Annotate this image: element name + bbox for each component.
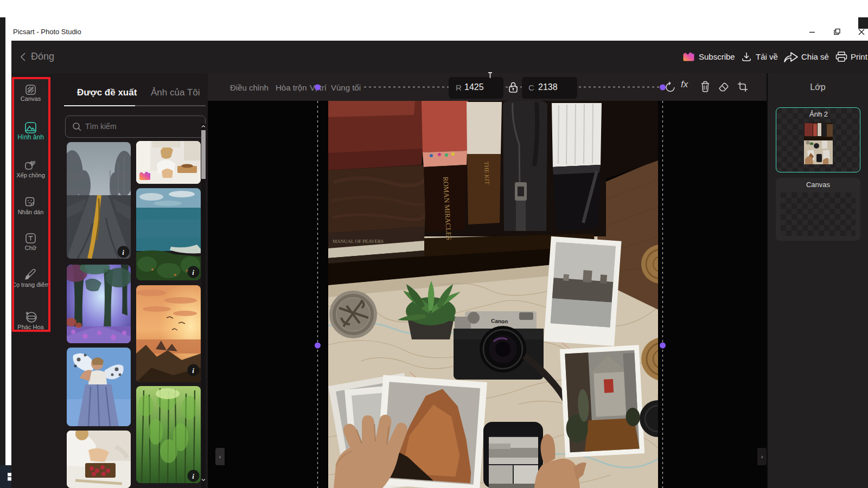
svg-text:MANUAL OF PEAVERS: MANUAL OF PEAVERS (333, 239, 384, 244)
svg-text:Canon: Canon (491, 318, 508, 325)
svg-text:i: i (192, 367, 194, 375)
svg-text:THE KIT: THE KIT (483, 162, 490, 185)
svg-text:i: i (192, 268, 194, 277)
svg-text:i: i (122, 248, 124, 256)
svg-text:i: i (192, 472, 194, 480)
